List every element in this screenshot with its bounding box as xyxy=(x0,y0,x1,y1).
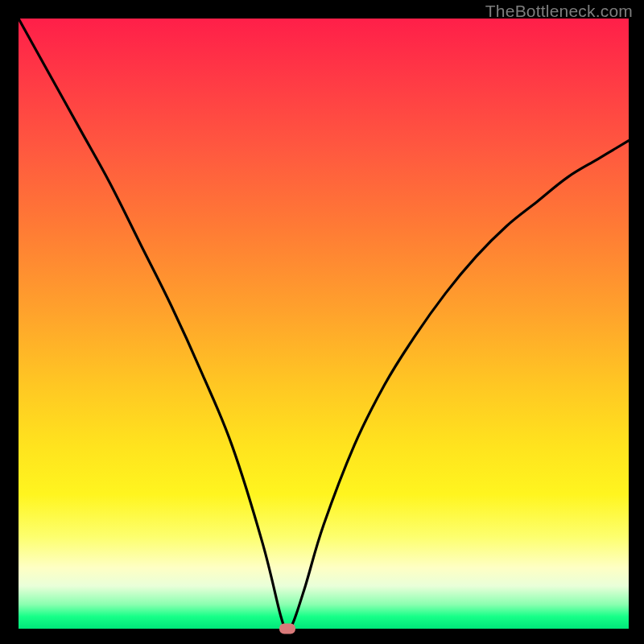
plot-area xyxy=(19,19,629,629)
minimum-marker xyxy=(279,624,295,634)
chart-frame: TheBottleneck.com xyxy=(0,0,644,644)
watermark-text: TheBottleneck.com xyxy=(485,2,633,21)
bottleneck-curve xyxy=(19,19,629,629)
